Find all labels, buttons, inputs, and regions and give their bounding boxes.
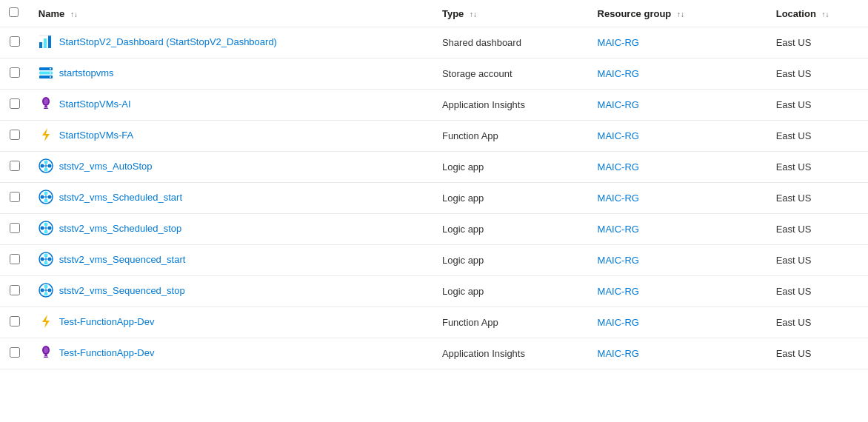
svg-rect-55	[44, 357, 48, 358]
resource-name-link-11[interactable]: Test-FunctionApp-Dev	[39, 345, 155, 360]
resource-group-link-10[interactable]: MAIC-RG	[598, 317, 639, 328]
resource-group-link-8[interactable]: MAIC-RG	[598, 255, 639, 266]
table-row: ststv2_vms_AutoStop Logic app MAIC-RG Ea…	[0, 152, 868, 183]
resource-group-link-6[interactable]: MAIC-RG	[598, 192, 639, 204]
name-column-header[interactable]: Name ↑↓	[30, 0, 433, 27]
resource-name-text: StartStopV2_Dashboard (StartStopV2_Dashb…	[59, 36, 277, 47]
row-checkbox-2[interactable]	[10, 67, 20, 78]
table-row: StartStopVMs-FA Function App MAIC-RG Eas…	[0, 121, 868, 152]
resource-group-link-9[interactable]: MAIC-RG	[598, 286, 639, 297]
row-checkbox-cell	[0, 121, 30, 152]
row-checkbox-8[interactable]	[10, 254, 20, 264]
name-cell: ststv2_vms_Sequenced_stop	[30, 276, 433, 307]
resource-type-text: Logic app	[442, 255, 484, 266]
resource-name-link-9[interactable]: ststv2_vms_Sequenced_stop	[39, 283, 185, 298]
resource-group-link-1[interactable]: MAIC-RG	[598, 37, 639, 48]
type-sort-icon[interactable]: ↑↓	[470, 10, 477, 19]
row-checkbox-7[interactable]	[10, 223, 20, 233]
resource-name-link-5[interactable]: ststv2_vms_AutoStop	[39, 158, 153, 173]
table-row: Test-FunctionApp-Dev Function App MAIC-R…	[0, 307, 868, 338]
row-checkbox-cell	[0, 152, 30, 183]
resource-name-link-4[interactable]: StartStopVMs-FA	[39, 127, 133, 142]
resources-table: Name ↑↓ Type ↑↓ Resource group ↑↓ Locati…	[0, 0, 868, 369]
rg-cell: MAIC-RG	[589, 245, 767, 276]
type-cell: Application Insights	[433, 90, 589, 121]
resource-name-text: ststv2_vms_AutoStop	[59, 161, 153, 172]
svg-rect-0	[39, 42, 42, 48]
resource-group-link-4[interactable]: MAIC-RG	[598, 130, 639, 141]
location-text: East US	[776, 68, 812, 79]
type-cell: Application Insights	[433, 338, 589, 369]
resource-group-link-11[interactable]: MAIC-RG	[598, 348, 639, 359]
type-cell: Storage account	[433, 58, 589, 90]
row-checkbox-4[interactable]	[10, 130, 20, 140]
rg-column-label: Resource group	[598, 8, 672, 19]
resource-group-link-7[interactable]: MAIC-RG	[598, 224, 639, 235]
type-column-header[interactable]: Type ↑↓	[433, 0, 589, 27]
svg-point-19	[44, 161, 47, 164]
resource-name-link-3[interactable]: StartStopVMs-AI	[39, 96, 131, 111]
resource-name-link-2[interactable]: startstopvms	[39, 65, 114, 80]
name-column-label: Name	[39, 8, 64, 19]
type-cell: Logic app	[433, 245, 589, 276]
resource-type-text: Logic app	[442, 161, 484, 173]
resource-group-link-2[interactable]: MAIC-RG	[598, 68, 639, 79]
row-checkbox-10[interactable]	[10, 316, 20, 326]
type-cell: Logic app	[433, 152, 589, 183]
svg-point-47	[44, 285, 47, 289]
table-row: ststv2_vms_Scheduled_start Logic app MAI…	[0, 183, 868, 214]
select-all-checkbox[interactable]	[9, 7, 19, 17]
name-cell: Test-FunctionApp-Dev	[30, 338, 433, 369]
svg-point-20	[44, 168, 47, 172]
resource-type-text: Logic app	[442, 224, 484, 235]
svg-rect-2	[48, 36, 51, 48]
resource-name-link-8[interactable]: ststv2_vms_Sequenced_start	[39, 252, 186, 267]
rg-cell: MAIC-RG	[589, 27, 767, 58]
resource-type-text: Storage account	[442, 68, 513, 79]
row-checkbox-5[interactable]	[10, 161, 20, 171]
resource-name-link-7[interactable]: ststv2_vms_Scheduled_stop	[39, 221, 181, 235]
select-all-header	[0, 0, 30, 27]
resource-name-text: StartStopVMs-AI	[59, 98, 131, 110]
resource-type-text: Logic app	[442, 286, 484, 297]
row-checkbox-1[interactable]	[10, 36, 20, 47]
type-cell: Shared dashboard	[433, 27, 589, 58]
resource-name-link-10[interactable]: Test-FunctionApp-Dev	[39, 314, 155, 329]
type-column-label: Type	[442, 8, 464, 19]
resource-group-link-5[interactable]: MAIC-RG	[598, 161, 639, 173]
location-sort-icon[interactable]: ↑↓	[821, 10, 829, 19]
resource-type-text: Application Insights	[442, 99, 525, 110]
row-checkbox-11[interactable]	[10, 347, 20, 358]
logic-icon	[39, 158, 53, 173]
table-row: ststv2_vms_Sequenced_start Logic app MAI…	[0, 245, 868, 276]
location-text: East US	[776, 317, 812, 328]
resource-name-text: StartStopVMs-FA	[59, 130, 133, 141]
resource-name-text: Test-FunctionApp-Dev	[59, 347, 155, 358]
rg-column-header[interactable]: Resource group ↑↓	[589, 0, 767, 27]
resource-name-link-1[interactable]: StartStopV2_Dashboard (StartStopV2_Dashb…	[39, 34, 277, 49]
row-checkbox-9[interactable]	[10, 285, 20, 295]
resource-group-link-3[interactable]: MAIC-RG	[598, 99, 639, 110]
svg-point-31	[40, 227, 44, 230]
type-cell: Logic app	[433, 276, 589, 307]
resource-name-link-6[interactable]: ststv2_vms_Scheduled_start	[39, 190, 182, 204]
rg-sort-icon[interactable]: ↑↓	[677, 10, 684, 19]
row-checkbox-cell	[0, 338, 30, 369]
resources-table-container: Name ↑↓ Type ↑↓ Resource group ↑↓ Locati…	[0, 0, 868, 422]
svg-point-32	[47, 227, 51, 230]
type-cell: Logic app	[433, 214, 589, 245]
svg-point-26	[44, 192, 47, 195]
svg-point-33	[44, 223, 47, 227]
svg-point-46	[47, 289, 51, 292]
svg-rect-3	[39, 35, 53, 36]
svg-marker-14	[42, 128, 50, 141]
row-checkbox-3[interactable]	[10, 98, 20, 109]
location-column-header[interactable]: Location ↑↓	[767, 0, 868, 27]
table-row: StartStopV2_Dashboard (StartStopV2_Dashb…	[0, 27, 868, 58]
table-row: startstopvms Storage account MAIC-RG Eas…	[0, 58, 868, 90]
name-sort-icon[interactable]: ↑↓	[70, 10, 78, 19]
svg-marker-51	[42, 315, 50, 328]
row-checkbox-6[interactable]	[10, 192, 20, 202]
svg-point-45	[40, 289, 44, 292]
svg-point-25	[47, 195, 51, 199]
